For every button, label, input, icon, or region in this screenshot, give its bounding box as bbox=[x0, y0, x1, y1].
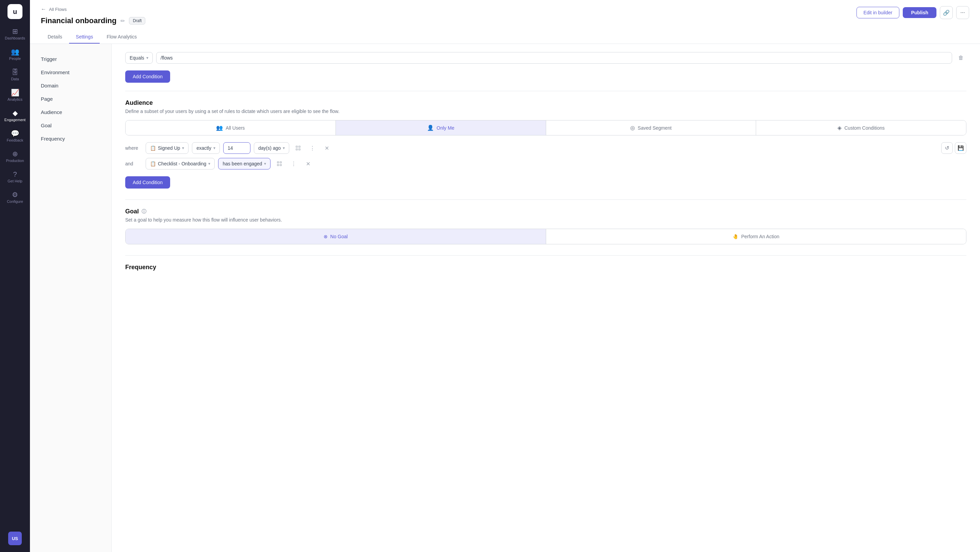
property-arrow-icon: ▾ bbox=[182, 146, 184, 150]
dashboards-icon: ⊞ bbox=[12, 28, 18, 35]
engagement-arrow-icon: ▾ bbox=[264, 161, 266, 166]
frequency-section: Frequency bbox=[125, 264, 966, 271]
sidebar-bottom: US bbox=[0, 531, 30, 548]
panel-item-domain[interactable]: Domain bbox=[33, 79, 108, 92]
panel-item-trigger[interactable]: Trigger bbox=[33, 53, 108, 65]
link-icon-button[interactable]: 🔗 bbox=[940, 6, 953, 19]
configure-icon: ⚙ bbox=[12, 191, 18, 198]
sidebar-item-configure[interactable]: ⚙ Configure bbox=[0, 188, 30, 207]
goal-tab-no-goal[interactable]: ⊗ No Goal bbox=[126, 229, 546, 244]
edit-in-builder-button[interactable]: Edit in builder bbox=[856, 7, 900, 18]
people-icon: 👥 bbox=[11, 48, 19, 55]
sidebar-logo[interactable]: u bbox=[8, 4, 22, 19]
panel-item-environment[interactable]: Environment bbox=[33, 66, 108, 79]
delete-condition-icon[interactable]: 🗑 bbox=[956, 52, 966, 63]
publish-button[interactable]: Publish bbox=[903, 7, 937, 18]
only-me-label: Only Me bbox=[437, 125, 454, 131]
only-me-icon: 👤 bbox=[427, 124, 434, 131]
sidebar-item-get-help[interactable]: ? Get Help bbox=[0, 167, 30, 186]
save-condition-icon[interactable]: 💾 bbox=[955, 142, 966, 154]
tab-settings[interactable]: Settings bbox=[69, 31, 100, 44]
header-actions: Edit in builder Publish 🔗 ··· bbox=[856, 6, 969, 19]
sidebar-item-production[interactable]: ⊕ Production bbox=[0, 147, 30, 166]
more-options-button[interactable]: ··· bbox=[956, 6, 969, 19]
condition-more-icon[interactable]: ⋮ bbox=[307, 143, 318, 153]
goal-info-icon[interactable]: ⓘ bbox=[142, 208, 146, 215]
analytics-icon: 📈 bbox=[11, 89, 19, 96]
saved-segment-icon: ◎ bbox=[630, 124, 635, 131]
equals-dropdown-arrow: ▾ bbox=[146, 56, 148, 60]
audience-tab-saved-segment[interactable]: ◎ Saved Segment bbox=[546, 121, 756, 135]
and-label: and bbox=[125, 161, 142, 166]
property-label: Signed Up bbox=[158, 145, 180, 151]
condition2-more-icon[interactable]: ⋮ bbox=[288, 158, 299, 169]
panel-item-audience[interactable]: Audience bbox=[33, 106, 108, 118]
checklist-icon: 📋 bbox=[150, 161, 156, 166]
production-icon: ⊕ bbox=[12, 150, 18, 157]
value-input[interactable] bbox=[223, 142, 250, 154]
top-condition-row: Equals ▾ 🗑 bbox=[125, 52, 966, 64]
frequency-section-title: Frequency bbox=[125, 264, 966, 271]
tab-details[interactable]: Details bbox=[41, 31, 69, 44]
engagement-select[interactable]: has been engaged ▾ bbox=[218, 158, 270, 169]
condition2-remove-icon[interactable]: ✕ bbox=[302, 158, 313, 169]
audience-tab-custom-conditions[interactable]: ◈ Custom Conditions bbox=[756, 121, 966, 135]
checklist-arrow-icon: ▾ bbox=[208, 161, 210, 166]
top-condition-area: Equals ▾ 🗑 Add Condition bbox=[125, 52, 966, 83]
add-condition-button-top[interactable]: Add Condition bbox=[125, 70, 170, 83]
audience-section-desc: Define a subset of your users by using a… bbox=[125, 108, 966, 114]
saved-segment-label: Saved Segment bbox=[638, 125, 672, 131]
condition2-tree-icon[interactable] bbox=[274, 158, 285, 169]
goal-section: Goal ⓘ Set a goal to help you measure ho… bbox=[125, 208, 966, 244]
sidebar-item-label: Data bbox=[11, 77, 19, 81]
sidebar-item-feedback[interactable]: 💬 Feedback bbox=[0, 127, 30, 146]
back-arrow-icon: ← bbox=[41, 6, 46, 12]
reset-condition-icon[interactable]: ↺ bbox=[941, 142, 953, 154]
data-icon: 🗄 bbox=[11, 69, 18, 76]
body: Trigger Environment Domain Page Audience… bbox=[30, 44, 980, 552]
divider-1 bbox=[125, 91, 966, 91]
sidebar-item-analytics[interactable]: 📈 Analytics bbox=[0, 86, 30, 105]
add-condition-button-audience[interactable]: Add Condition bbox=[125, 176, 170, 189]
sidebar-item-people[interactable]: 👥 People bbox=[0, 45, 30, 64]
engagement-label: has been engaged bbox=[223, 161, 262, 166]
checklist-label: Checklist - Onboarding bbox=[158, 161, 206, 166]
avatar[interactable]: US bbox=[8, 531, 22, 545]
condition-1-actions: ↺ 💾 bbox=[941, 142, 966, 154]
breadcrumb[interactable]: ← All Flows bbox=[41, 6, 145, 12]
tab-flow-analytics[interactable]: Flow Analytics bbox=[100, 31, 143, 44]
feedback-icon: 💬 bbox=[11, 130, 19, 137]
operator-select[interactable]: exactly ▾ bbox=[192, 142, 220, 154]
audience-tab-only-me[interactable]: 👤 Only Me bbox=[336, 121, 546, 135]
panel-item-goal[interactable]: Goal bbox=[33, 119, 108, 132]
equals-value-input[interactable] bbox=[156, 52, 952, 64]
sidebar: u ⊞ Dashboards 👥 People 🗄 Data 📈 Analyti… bbox=[0, 0, 30, 552]
sidebar-item-engagement[interactable]: ◆ Engagement bbox=[0, 106, 30, 125]
main-content: ← All Flows Financial onboarding ✏ Draft… bbox=[30, 0, 980, 552]
sidebar-item-label: Feedback bbox=[7, 138, 23, 142]
goal-tab-perform-action[interactable]: 🤚 Perform An Action bbox=[546, 229, 966, 244]
content-area: Equals ▾ 🗑 Add Condition Audience Define… bbox=[111, 44, 980, 552]
sidebar-nav: ⊞ Dashboards 👥 People 🗄 Data 📈 Analytics… bbox=[0, 24, 30, 531]
sidebar-item-label: People bbox=[9, 56, 21, 60]
panel-item-page[interactable]: Page bbox=[33, 92, 108, 105]
edit-title-icon[interactable]: ✏ bbox=[121, 18, 125, 24]
audience-tab-all-users[interactable]: 👥 All Users bbox=[126, 121, 336, 135]
signed-up-select[interactable]: 📋 Signed Up ▾ bbox=[146, 142, 189, 154]
audience-condition-row-2: and 📋 Checklist - Onboarding ▾ has been … bbox=[125, 158, 966, 169]
sidebar-item-dashboards[interactable]: ⊞ Dashboards bbox=[0, 24, 30, 44]
equals-select[interactable]: Equals ▾ bbox=[125, 52, 153, 64]
panel-item-frequency[interactable]: Frequency bbox=[33, 132, 108, 145]
property-icon: 📋 bbox=[150, 145, 156, 151]
checklist-select[interactable]: 📋 Checklist - Onboarding ▾ bbox=[146, 158, 215, 169]
no-goal-label: No Goal bbox=[331, 234, 348, 239]
unit-select[interactable]: day(s) ago ▾ bbox=[254, 142, 289, 154]
divider-3 bbox=[125, 255, 966, 256]
condition-tree-icon[interactable] bbox=[293, 143, 304, 153]
condition-remove-icon[interactable]: ✕ bbox=[321, 143, 332, 153]
sidebar-item-label: Get Help bbox=[8, 179, 22, 183]
perform-action-icon: 🤚 bbox=[733, 234, 738, 239]
perform-action-label: Perform An Action bbox=[741, 234, 779, 239]
custom-conditions-icon: ◈ bbox=[837, 124, 842, 131]
sidebar-item-data[interactable]: 🗄 Data bbox=[0, 65, 30, 84]
